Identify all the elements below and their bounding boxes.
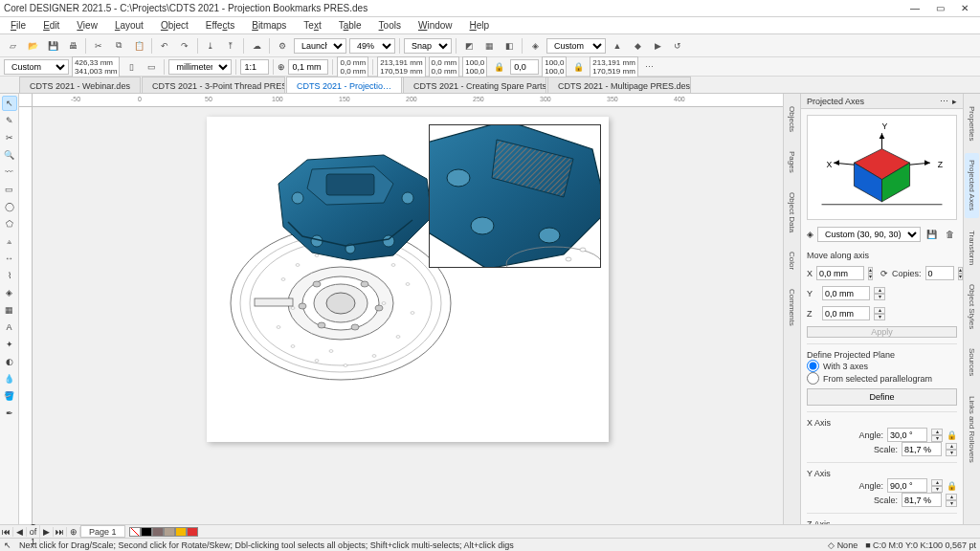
table-tool-icon[interactable]: ▦	[2, 302, 17, 318]
doc-tab[interactable]: CDTS 2021 - Webinar.des	[19, 77, 141, 93]
ruler-vertical[interactable]	[19, 107, 33, 524]
cube-icon[interactable]: ◈	[526, 37, 544, 55]
docker-tab-projected-axes[interactable]: Projected Axes	[965, 153, 979, 217]
paste-icon[interactable]: 📋	[130, 37, 147, 55]
cut-icon[interactable]: ✂	[90, 37, 107, 55]
menu-table[interactable]: Table	[332, 19, 368, 32]
gap-values[interactable]: 213,191 mm 170,519 mm	[377, 56, 425, 77]
page-first-icon[interactable]: ⏮	[0, 527, 13, 537]
docker-tab-object-styles[interactable]: Object Styles	[965, 277, 979, 336]
menu-text[interactable]: Text	[297, 19, 327, 32]
move-x-input[interactable]	[816, 266, 864, 280]
page-add-icon[interactable]: ⊕	[67, 527, 80, 537]
extra-icon[interactable]: ⋯	[641, 58, 658, 76]
ellipse-tool-icon[interactable]: ◯	[2, 199, 17, 214]
rectangle-tool-icon[interactable]: ▭	[2, 182, 17, 197]
polygon-tool-icon[interactable]: ⬠	[2, 216, 17, 231]
redo-icon[interactable]: ↷	[176, 37, 193, 55]
swatch[interactable]	[152, 527, 164, 537]
docker-tab-properties[interactable]: Properties	[965, 99, 979, 147]
import-icon[interactable]: ⤓	[202, 37, 219, 55]
page-last-icon[interactable]: ⏭	[54, 527, 67, 537]
outline-indicator[interactable]: ■ C:0 M:0 Y:0 K:100 0,567 pt	[865, 540, 976, 550]
swatch[interactable]	[187, 527, 198, 537]
spinner[interactable]: ▴▾	[958, 267, 963, 280]
docker-collapse-icon[interactable]: ▸	[952, 97, 957, 106]
doc-tab-active[interactable]: CDTS 2021 - Projectio…	[286, 77, 402, 93]
open-icon[interactable]: 📂	[24, 37, 41, 55]
eyedropper-tool-icon[interactable]: 💧	[2, 371, 17, 386]
transparency-tool-icon[interactable]: ◐	[2, 354, 17, 369]
projected-tool-icon[interactable]: ◈	[2, 285, 17, 300]
move-y-input[interactable]	[822, 286, 870, 300]
tool-a-icon[interactable]: ◩	[460, 37, 478, 55]
page-preset[interactable]: Custom	[4, 59, 69, 75]
x-angle-input[interactable]	[887, 428, 927, 442]
spinner[interactable]: ▴▾	[868, 267, 873, 280]
page-dimensions[interactable]: 426,33 mm 341,003 mm	[72, 56, 120, 77]
axes-preview[interactable]: X Y Z	[807, 115, 957, 220]
publish-icon[interactable]: ☁	[248, 37, 265, 55]
lock-icon-2[interactable]: 🔒	[569, 58, 587, 76]
snap-dropdown[interactable]: Snap ⌄	[404, 38, 452, 54]
new-icon[interactable]: ▱	[4, 37, 21, 55]
lock-icon[interactable]: 🔒	[947, 481, 957, 491]
dimension-tool-icon[interactable]: ↔	[2, 251, 17, 266]
effects-tool-icon[interactable]: ✦	[2, 337, 17, 352]
rotation-angle[interactable]	[510, 59, 539, 75]
menu-effects[interactable]: Effects	[199, 19, 241, 32]
tool-b-icon[interactable]: ▦	[480, 37, 498, 55]
docker-tab-comments[interactable]: Comments	[785, 282, 799, 333]
freehand-tool-icon[interactable]: 〰	[2, 165, 17, 180]
close-button[interactable]: ✕	[953, 2, 976, 15]
spinner[interactable]: ▴▾	[874, 287, 885, 300]
docker-tab-sources[interactable]: Sources	[965, 342, 979, 383]
docker-menu-icon[interactable]: ⋯	[940, 97, 948, 106]
minimize-button[interactable]: —	[903, 2, 926, 15]
text-tool-icon[interactable]: A	[2, 320, 17, 335]
launch-dropdown[interactable]: Launch	[294, 38, 346, 54]
doc-tab[interactable]: CDTS 2021 - Creating Spare Parts Page PR…	[403, 77, 546, 93]
fill-tool-icon[interactable]: 🪣	[2, 388, 17, 404]
projection-preset-select[interactable]: Custom (30, 90, 30)	[817, 227, 921, 242]
menu-layout[interactable]: Layout	[108, 19, 150, 32]
outline-tool-icon[interactable]: ✒	[2, 406, 17, 421]
gap-mm[interactable]: 0,0 mm 0,0 mm	[429, 56, 460, 77]
drawing-page[interactable]	[207, 117, 609, 442]
menu-edit[interactable]: Edit	[36, 19, 66, 32]
canvas-area[interactable]: -50 0 50 100 150 200 250 300 350 400	[19, 94, 783, 524]
page-tab[interactable]: Page 1	[80, 525, 125, 538]
docker-tab-objects[interactable]: Objects	[785, 99, 799, 139]
swatch[interactable]	[175, 527, 187, 537]
ruler-origin[interactable]	[19, 94, 33, 107]
zoom-tool-icon[interactable]: 🔍	[2, 147, 17, 163]
save-icon[interactable]: 💾	[44, 37, 61, 55]
drawing-scale[interactable]	[240, 59, 269, 75]
proj-front-icon[interactable]: ◆	[629, 37, 646, 55]
docker-tab-objectdata[interactable]: Object Data	[785, 186, 799, 239]
swatch-none[interactable]	[129, 527, 141, 537]
connector-tool-icon[interactable]: ⌇	[2, 268, 17, 283]
fill-indicator[interactable]: ◇ None	[828, 540, 858, 550]
swatch[interactable]	[141, 527, 152, 537]
copies-input[interactable]	[925, 266, 954, 280]
nudge-distance[interactable]	[288, 59, 328, 75]
spinner[interactable]: ▴▾	[931, 479, 943, 493]
docker-tab-transform[interactable]: Transform	[965, 224, 979, 272]
portrait-icon[interactable]: ▯	[122, 58, 140, 76]
doc-tab[interactable]: CDTS 2021 - 3-Point Thread PRES.des*	[142, 77, 285, 93]
crop-tool-icon[interactable]: ✂	[2, 130, 17, 145]
export-icon[interactable]: ⤒	[222, 37, 239, 55]
spinner[interactable]: ▴▾	[874, 307, 885, 320]
scale-100a[interactable]: 100,0 100,0	[462, 56, 487, 77]
menu-help[interactable]: Help	[463, 19, 497, 32]
docker-tab-color[interactable]: Color	[785, 245, 799, 276]
rotate-icon[interactable]: ⟳	[880, 269, 888, 278]
lock-icon[interactable]: 🔒	[947, 430, 957, 440]
pos-values[interactable]: 213,191 mm 170,519 mm	[590, 56, 637, 77]
units-dropdown[interactable]: millimeters	[168, 59, 232, 75]
maximize-button[interactable]: ▭	[928, 2, 951, 15]
x-scale-input[interactable]	[902, 442, 942, 456]
scale-100b[interactable]: 100,0 100,0	[542, 56, 567, 77]
menu-object[interactable]: Object	[154, 19, 195, 32]
